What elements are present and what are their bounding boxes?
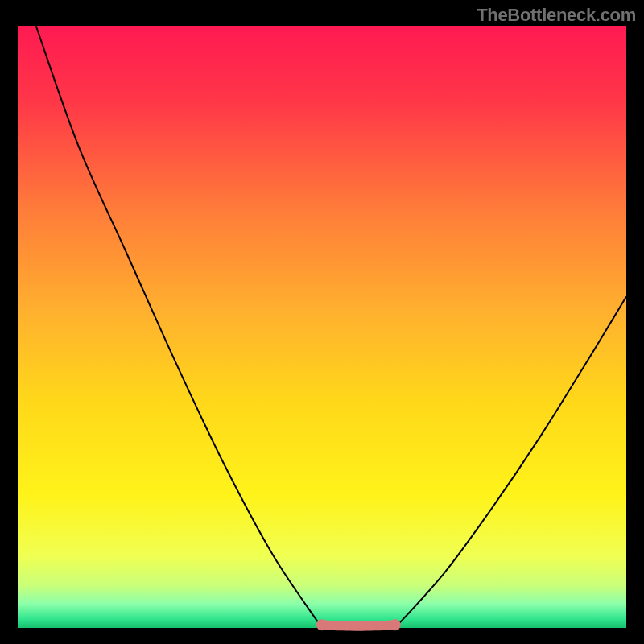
chart-frame: TheBottleneck.com [0,0,644,644]
watermark-text: TheBottleneck.com [477,5,636,26]
flat-segment-line [322,625,395,625]
plot-area [18,26,626,628]
flat-endpoint-dot [316,619,328,630]
chart-svg [0,0,644,644]
flat-endpoint-dot [390,619,401,630]
